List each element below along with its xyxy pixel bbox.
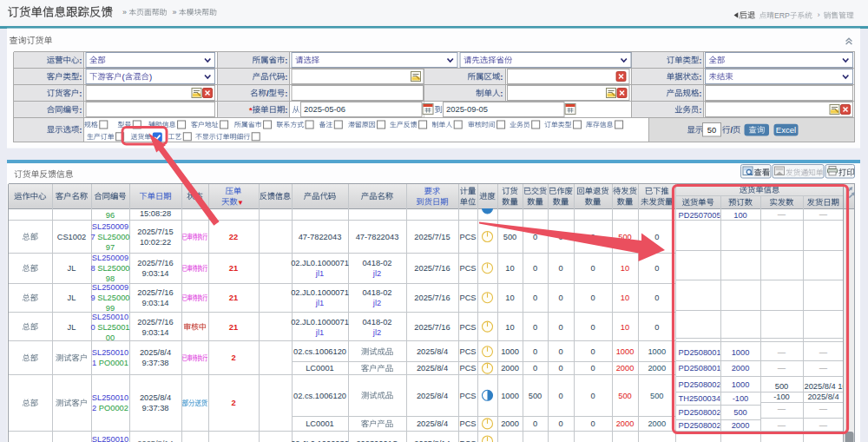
- svg-text:1000: 1000: [616, 347, 635, 356]
- svg-text::: :: [79, 105, 82, 115]
- svg-text:JL: JL: [68, 264, 76, 273]
- svg-text:02.cs.1006120: 02.cs.1006120: [293, 347, 346, 356]
- svg-text:2000: 2000: [732, 421, 750, 430]
- svg-text:jl1: jl1: [315, 299, 324, 307]
- svg-text:PCS: PCS: [459, 264, 476, 273]
- svg-text:—: —: [819, 405, 828, 413]
- svg-text:2025-09-05: 2025-09-05: [446, 104, 488, 114]
- svg-text:—: —: [819, 364, 828, 373]
- svg-text:—: —: [778, 364, 786, 373]
- svg-text:2025/7/16: 2025/7/16: [414, 323, 450, 332]
- svg-text:47-7822043: 47-7822043: [299, 233, 342, 241]
- svg-text:2025/8/4 10: 2025/8/4 10: [805, 382, 847, 391]
- svg-text:ERP: ERP: [774, 11, 790, 20]
- svg-text:0: 0: [590, 264, 595, 273]
- svg-text:jl1: jl1: [315, 328, 324, 337]
- svg-text:—: —: [778, 348, 786, 357]
- svg-text:0: 0: [590, 419, 595, 428]
- svg-text:SL25001: SL25001: [97, 323, 129, 332]
- svg-text:0: 0: [654, 294, 659, 302]
- svg-text:0: 0: [558, 347, 562, 356]
- svg-text:21: 21: [229, 323, 238, 332]
- svg-text:2000: 2000: [648, 419, 666, 428]
- svg-text:2000: 2000: [501, 364, 519, 373]
- svg-text:9: 9: [91, 294, 95, 302]
- svg-text::: :: [699, 89, 701, 98]
- svg-text:SL250010: SL250010: [92, 313, 128, 321]
- svg-text:100: 100: [733, 211, 747, 220]
- svg-text:—: —: [819, 348, 828, 357]
- svg-text:SL250010: SL250010: [92, 435, 128, 442]
- svg-text:SL250009: SL250009: [92, 222, 128, 231]
- svg-text:2025/8/4: 2025/8/4: [140, 393, 171, 402]
- svg-text:0: 0: [533, 347, 537, 356]
- svg-text:0: 0: [558, 392, 562, 400]
- svg-text:7: 7: [91, 233, 95, 241]
- svg-text:02.cs.1006120: 02.cs.1006120: [293, 392, 346, 400]
- svg-text:47-7822043: 47-7822043: [356, 233, 399, 241]
- svg-text:PCS: PCS: [459, 347, 476, 356]
- svg-text:10:02:22: 10:02:22: [140, 238, 171, 247]
- svg-text::: :: [79, 56, 82, 65]
- svg-text:PD2508001: PD2508001: [679, 348, 721, 357]
- svg-text:2025-05-06: 2025-05-06: [304, 104, 345, 114]
- svg-text:PD2508002: PD2508002: [679, 380, 721, 389]
- svg-text:JL: JL: [68, 294, 76, 302]
- svg-text:2: 2: [231, 353, 235, 362]
- svg-text:0: 0: [558, 419, 562, 428]
- svg-text:▼: ▼: [237, 199, 244, 207]
- svg-text:SL25000: SL25000: [97, 264, 129, 273]
- svg-text:500: 500: [529, 392, 542, 400]
- svg-text:2025/8/4: 2025/8/4: [417, 364, 448, 373]
- svg-text:500: 500: [775, 382, 789, 391]
- svg-text:0: 0: [590, 364, 595, 373]
- svg-text:TH2500034: TH2500034: [679, 394, 721, 403]
- svg-text:SL25000: SL25000: [97, 233, 129, 241]
- svg-text:SL250010: SL250010: [92, 393, 128, 402]
- svg-text:8: 8: [91, 264, 95, 273]
- svg-text:500: 500: [650, 392, 664, 400]
- svg-text:—: —: [819, 210, 828, 219]
- svg-text:9:37:38: 9:37:38: [141, 404, 168, 412]
- svg-text:2025/7/15: 2025/7/15: [137, 228, 173, 236]
- svg-text::: :: [79, 125, 82, 135]
- svg-text:0: 0: [654, 233, 659, 241]
- svg-text:2000: 2000: [501, 419, 519, 428]
- svg-text::: :: [285, 72, 287, 82]
- svg-text:02.JL0.1000071: 02.JL0.1000071: [291, 288, 349, 297]
- svg-text:SL25000: SL25000: [97, 294, 129, 302]
- svg-text::: :: [699, 72, 701, 82]
- svg-text:0: 0: [654, 264, 659, 273]
- svg-text:0: 0: [558, 264, 562, 273]
- svg-text:jl2: jl2: [372, 299, 381, 307]
- svg-text:0: 0: [590, 392, 595, 400]
- svg-text:1000: 1000: [501, 347, 519, 356]
- svg-text:»: »: [173, 8, 177, 16]
- svg-text:0: 0: [91, 323, 95, 332]
- svg-text:PD2508002: PD2508002: [679, 408, 721, 417]
- svg-text:98: 98: [106, 274, 115, 283]
- svg-text::: :: [285, 105, 287, 115]
- svg-text:21: 21: [229, 264, 238, 273]
- svg-text:SL250009: SL250009: [92, 254, 128, 262]
- svg-text:10: 10: [505, 323, 514, 332]
- svg-text:0: 0: [533, 323, 537, 332]
- svg-text:1000: 1000: [732, 348, 750, 357]
- svg-text:1000: 1000: [732, 380, 750, 389]
- svg-text:500: 500: [733, 408, 747, 417]
- svg-text:*: *: [249, 105, 253, 115]
- svg-text:10: 10: [621, 264, 629, 273]
- svg-text:0: 0: [533, 419, 537, 428]
- svg-text:—: —: [778, 405, 786, 413]
- svg-text:0: 0: [533, 294, 537, 302]
- svg-text:»: »: [122, 8, 127, 16]
- svg-text:10: 10: [505, 264, 514, 273]
- svg-text:10: 10: [621, 323, 629, 332]
- svg-text:2025/7/16: 2025/7/16: [137, 318, 173, 327]
- svg-text:0: 0: [654, 323, 659, 332]
- svg-text:2025/8/4: 2025/8/4: [140, 348, 171, 357]
- svg-text:15:08:28: 15:08:28: [140, 209, 171, 218]
- svg-text:10: 10: [621, 294, 629, 302]
- svg-text:2025/8/4: 2025/8/4: [807, 393, 838, 401]
- svg-text:CS1002: CS1002: [57, 233, 87, 241]
